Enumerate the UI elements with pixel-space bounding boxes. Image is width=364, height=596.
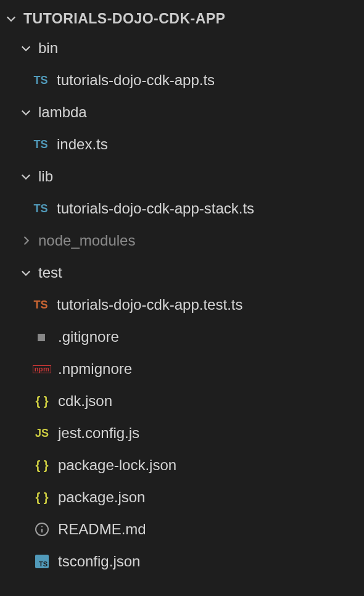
file-tsconfig-json[interactable]: TS tsconfig.json	[0, 545, 364, 577]
typescript-test-icon: TS	[32, 296, 49, 313]
folder-bin[interactable]: bin	[0, 32, 364, 64]
folder-label: lib	[38, 168, 53, 185]
npm-icon: npm	[33, 360, 51, 378]
chevron-down-icon	[20, 170, 32, 183]
folder-label: bin	[38, 39, 58, 57]
file-label: README.md	[58, 521, 146, 538]
info-icon	[33, 521, 51, 538]
file-label: tutorials-dojo-cdk-app.ts	[57, 72, 215, 89]
folder-label: node_modules	[38, 232, 135, 249]
file-package-json[interactable]: { } package.json	[0, 481, 364, 513]
file-npmignore[interactable]: npm .npmignore	[0, 353, 364, 385]
file-cdk-json[interactable]: { } cdk.json	[0, 385, 364, 417]
typescript-icon: TS	[32, 200, 49, 217]
folder-test[interactable]: test	[0, 257, 364, 289]
chevron-down-icon	[20, 42, 32, 54]
folder-lambda[interactable]: lambda	[0, 96, 364, 128]
svg-point-2	[41, 526, 43, 528]
file-label: cdk.json	[58, 392, 112, 410]
file-label: .gitignore	[58, 328, 119, 346]
file-label: package.json	[58, 489, 145, 506]
file-explorer-tree: TUTORIALS-DOJO-CDK-APP bin TS tutorials-…	[0, 0, 364, 577]
json-icon: { }	[33, 457, 51, 474]
file-gitignore[interactable]: ◆ .gitignore	[0, 321, 364, 353]
javascript-icon: JS	[33, 424, 51, 442]
file-label: index.ts	[57, 136, 108, 153]
file-label: package-lock.json	[58, 457, 176, 474]
file-label: tsconfig.json	[58, 553, 140, 570]
file-label: tutorials-dojo-cdk-app.test.ts	[57, 296, 242, 313]
root-folder-header[interactable]: TUTORIALS-DOJO-CDK-APP	[0, 5, 364, 32]
file-label: .npmignore	[58, 360, 132, 378]
file-tutorials-dojo-cdk-app-stack-ts[interactable]: TS tutorials-dojo-cdk-app-stack.ts	[0, 192, 364, 225]
file-label: jest.config.js	[58, 424, 139, 442]
file-tutorials-dojo-cdk-app-ts[interactable]: TS tutorials-dojo-cdk-app.ts	[0, 64, 364, 96]
file-readme-md[interactable]: README.md	[0, 513, 364, 545]
chevron-down-icon	[20, 106, 32, 118]
git-icon: ◆	[30, 325, 54, 349]
file-index-ts[interactable]: TS index.ts	[0, 128, 364, 160]
json-icon: { }	[33, 392, 51, 410]
chevron-down-icon	[20, 267, 32, 279]
folder-label: test	[38, 264, 62, 281]
json-icon: { }	[33, 489, 51, 506]
folder-lib[interactable]: lib	[0, 160, 364, 192]
file-package-lock-json[interactable]: { } package-lock.json	[0, 449, 364, 481]
folder-label: lambda	[38, 104, 87, 121]
file-label: tutorials-dojo-cdk-app-stack.ts	[57, 200, 254, 217]
chevron-down-icon	[5, 12, 17, 25]
file-jest-config-js[interactable]: JS jest.config.js	[0, 417, 364, 449]
file-tutorials-dojo-cdk-app-test-ts[interactable]: TS tutorials-dojo-cdk-app.test.ts	[0, 289, 364, 321]
typescript-icon: TS	[32, 72, 49, 89]
typescript-icon: TS	[32, 136, 49, 153]
chevron-right-icon	[20, 234, 32, 247]
folder-node-modules[interactable]: node_modules	[0, 225, 364, 257]
root-folder-name: TUTORIALS-DOJO-CDK-APP	[23, 10, 225, 27]
tsconfig-icon: TS	[33, 553, 51, 570]
